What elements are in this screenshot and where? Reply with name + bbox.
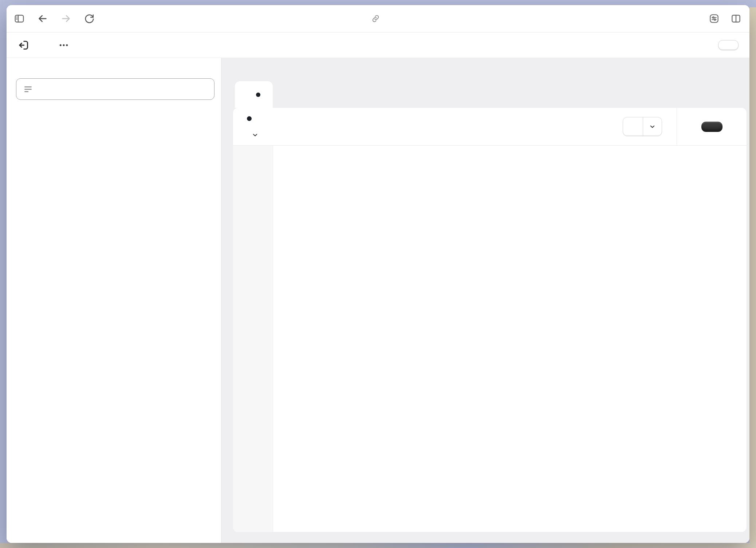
preview-store-button[interactable] xyxy=(718,40,739,50)
unsaved-dot-icon xyxy=(256,93,260,97)
line-number-gutter xyxy=(233,146,273,532)
exit-editor-icon[interactable] xyxy=(17,39,30,51)
format-liquid-button[interactable] xyxy=(623,117,643,136)
chevron-down-icon xyxy=(252,132,259,138)
sidebar-toggle-icon[interactable] xyxy=(14,13,25,24)
version-select[interactable] xyxy=(248,132,259,138)
link-icon xyxy=(371,14,380,23)
wallpaper-right-strip xyxy=(749,7,756,548)
forward-arrow-icon xyxy=(60,13,71,24)
format-liquid-split-button xyxy=(623,117,662,136)
changes-dot-icon xyxy=(247,116,252,121)
save-zone xyxy=(677,108,747,145)
wallpaper-bottom-strip xyxy=(0,543,756,548)
more-menu-icon[interactable] xyxy=(58,40,69,51)
reload-icon[interactable] xyxy=(84,13,95,24)
format-liquid-chevron[interactable] xyxy=(643,117,662,136)
browser-window xyxy=(7,5,749,543)
file-search[interactable] xyxy=(16,78,214,100)
file-tab[interactable] xyxy=(235,81,273,108)
editor-panel xyxy=(233,108,747,532)
browser-toolbar xyxy=(7,5,749,32)
chevron-down-icon xyxy=(649,123,656,130)
filter-search-icon xyxy=(23,85,33,94)
page-settings-icon[interactable] xyxy=(709,13,720,24)
code-editor[interactable] xyxy=(233,146,747,532)
address-bar[interactable] xyxy=(371,14,385,23)
back-arrow-icon[interactable] xyxy=(37,13,48,24)
editor-toolbar xyxy=(233,108,747,146)
split-view-icon[interactable] xyxy=(731,13,741,24)
save-button[interactable] xyxy=(701,122,722,132)
editor-area xyxy=(221,58,749,543)
file-sidebar xyxy=(7,58,221,543)
file-search-input[interactable] xyxy=(39,85,207,94)
recent-changes xyxy=(247,116,257,121)
app-header xyxy=(7,32,749,58)
